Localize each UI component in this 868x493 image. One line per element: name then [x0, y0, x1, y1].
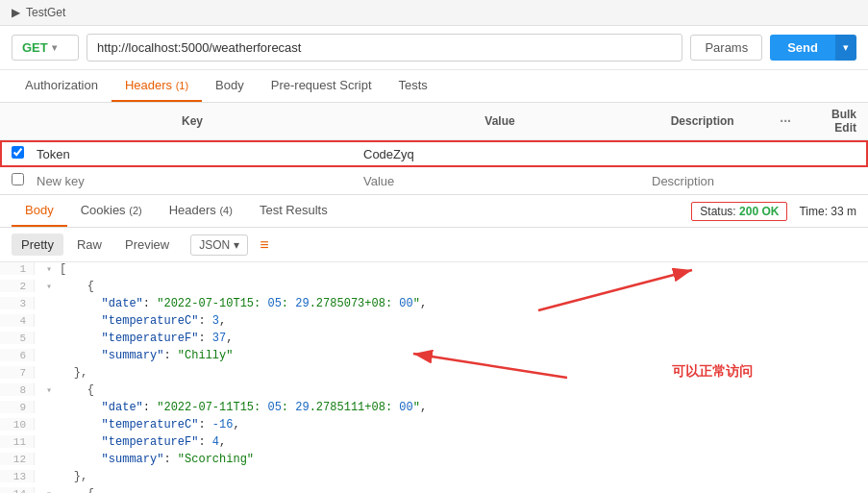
code-line: 2▾ {: [0, 280, 868, 297]
line-content: "temperatureC": 3,: [35, 314, 868, 328]
send-button[interactable]: Send: [770, 35, 835, 61]
tab-authorization[interactable]: Authorization: [12, 70, 112, 102]
format-tab-preview[interactable]: Preview: [115, 234, 179, 256]
col-key: Key: [29, 103, 356, 140]
col-description: Description: [644, 103, 760, 140]
method-chevron-icon: ▾: [52, 42, 57, 53]
line-number: 8: [0, 383, 35, 396]
line-number: 6: [0, 349, 35, 361]
new-value-cell: [356, 167, 644, 194]
line-number: 2: [0, 280, 35, 292]
bulk-edit-button[interactable]: Bulk Edit: [810, 103, 868, 140]
fold-arrow-icon[interactable]: ▾: [46, 489, 60, 493]
code-line: 11 "temperatureF": 4,: [0, 435, 868, 453]
request-tabs: Authorization Headers (1) Body Pre-reque…: [0, 70, 868, 103]
code-lines: 1▾ [2▾ {3 "date": "2022-07-10T15: 05: 29…: [0, 262, 868, 493]
line-content: },: [35, 366, 868, 380]
line-content: "temperatureF": 4,: [35, 435, 868, 449]
new-value-input[interactable]: [363, 174, 636, 188]
code-line: 10 "temperatureC": -16,: [0, 418, 868, 435]
new-row-checkbox[interactable]: [12, 173, 24, 185]
line-number: 12: [0, 453, 35, 465]
line-number: 11: [0, 435, 35, 448]
response-tab-headers[interactable]: Headers (4): [156, 195, 246, 227]
title-label: TestGet: [26, 6, 65, 19]
code-line: 9 "date": "2022-07-11T15: 05: 29.2785111…: [0, 401, 868, 418]
format-bar: Pretty Raw Preview JSON ▾ ≡: [0, 228, 868, 262]
row-key-value[interactable]: Token: [37, 147, 70, 161]
wrap-icon[interactable]: ≡: [260, 236, 268, 254]
url-input[interactable]: [87, 34, 682, 62]
code-line: 6 "summary": "Chilly": [0, 349, 868, 366]
code-line: 3 "date": "2022-07-10T15: 05: 29.2785073…: [0, 297, 868, 314]
new-row-action-cell: [760, 167, 810, 194]
params-button[interactable]: Params: [690, 35, 762, 61]
send-group: Send ▾: [770, 35, 856, 61]
new-row-checkbox-cell: [0, 167, 29, 194]
json-format-select[interactable]: JSON ▾: [190, 234, 248, 256]
line-content: "summary": "Chilly": [35, 349, 868, 362]
row-value-value[interactable]: CodeZyq: [363, 147, 414, 161]
code-line: 4 "temperatureC": 3,: [0, 314, 868, 332]
line-content: ▾ [: [35, 262, 868, 276]
line-content: "temperatureF": 37,: [35, 332, 868, 345]
line-number: 9: [0, 401, 35, 413]
line-number: 10: [0, 418, 35, 431]
code-line: 13 },: [0, 470, 868, 487]
headers-table: Key Value Description ··· Bulk Edit Toke…: [0, 103, 868, 194]
line-content: ▾ {: [35, 487, 868, 493]
line-number: 13: [0, 470, 35, 482]
fold-arrow-icon[interactable]: ▾: [46, 264, 60, 275]
code-line: 1▾ [: [0, 262, 868, 280]
response-tab-cookies[interactable]: Cookies (2): [67, 195, 156, 227]
fold-arrow-icon[interactable]: ▾: [46, 282, 60, 292]
row-extra-cell: [810, 140, 868, 168]
new-key-row: [0, 167, 868, 194]
line-content: "date": "2022-07-11T15: 05: 29.2785111+0…: [35, 401, 868, 414]
col-checkbox: [0, 103, 29, 140]
line-number: 5: [0, 332, 35, 344]
response-tab-body[interactable]: Body: [12, 195, 67, 227]
new-row-extra-cell: [810, 167, 868, 194]
more-options-icon[interactable]: ···: [772, 109, 799, 134]
code-area: 1▾ [2▾ {3 "date": "2022-07-10T15: 05: 29…: [0, 262, 868, 493]
json-chevron-icon: ▾: [234, 238, 239, 252]
tab-tests[interactable]: Tests: [385, 70, 441, 102]
method-label: GET: [22, 40, 48, 55]
new-desc-cell: [644, 167, 760, 194]
new-key-input[interactable]: [37, 174, 348, 188]
row-action-cell: [760, 140, 810, 168]
line-content: "date": "2022-07-10T15: 05: 29.2785073+0…: [35, 297, 868, 310]
status-code: 200 OK: [739, 205, 779, 218]
tab-body[interactable]: Body: [202, 70, 258, 102]
url-bar: GET ▾ Params Send ▾: [0, 26, 868, 70]
row-value-cell: CodeZyq: [356, 140, 644, 168]
title-bar: ▶ TestGet: [0, 0, 868, 26]
status-area: Status: 200 OK Time: 33 m: [691, 202, 856, 221]
send-dropdown-button[interactable]: ▾: [835, 35, 856, 61]
line-number: 1: [0, 262, 35, 275]
format-tab-raw[interactable]: Raw: [67, 234, 112, 256]
line-content: ▾ {: [35, 383, 868, 397]
code-line: 7 },: [0, 366, 868, 383]
response-tab-test-results[interactable]: Test Results: [246, 195, 341, 227]
code-line: 8▾ {: [0, 383, 868, 401]
fold-arrow-icon[interactable]: ▾: [46, 385, 60, 396]
response-time: Time: 33 m: [799, 205, 856, 218]
code-line: 14▾ {: [0, 487, 868, 493]
arrow-icon: ▶: [12, 6, 20, 19]
tab-pre-request[interactable]: Pre-request Script: [258, 70, 385, 102]
tab-headers[interactable]: Headers (1): [112, 70, 202, 102]
format-tab-pretty[interactable]: Pretty: [12, 234, 63, 256]
new-desc-input[interactable]: [652, 174, 753, 188]
method-button[interactable]: GET ▾: [12, 35, 79, 61]
col-value: Value: [356, 103, 644, 140]
line-number: 3: [0, 297, 35, 309]
code-line: 12 "summary": "Scorching": [0, 453, 868, 470]
row-checkbox[interactable]: [12, 146, 24, 159]
line-number: 4: [0, 314, 35, 327]
line-number: 7: [0, 366, 35, 379]
status-badge: Status: 200 OK: [691, 202, 787, 221]
line-content: "temperatureC": -16,: [35, 418, 868, 431]
headers-section: Key Value Description ··· Bulk Edit Toke…: [0, 103, 868, 195]
